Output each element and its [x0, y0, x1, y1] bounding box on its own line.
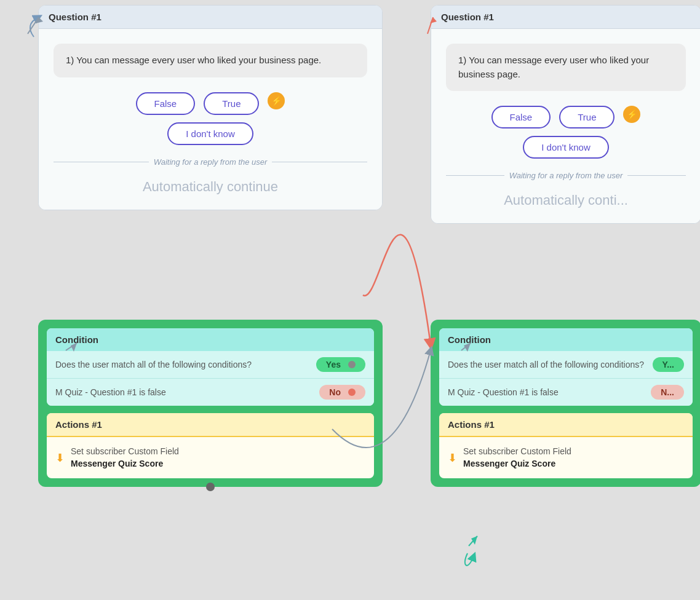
left-green-container: Condition Does the user match all of the… — [38, 320, 383, 487]
right-true-button[interactable]: True — [559, 106, 614, 128]
right-condition-row2-text: M Quiz - Question #1 is false — [448, 387, 651, 397]
right-download-icon: ⬇ — [448, 451, 457, 465]
right-waiting-text: Waiting for a reply from the user — [446, 171, 686, 180]
left-true-button[interactable]: True — [204, 92, 259, 115]
right-condition-header: Condition — [439, 328, 693, 351]
left-condition-row-2: M Quiz - Question #1 is false No — [47, 379, 374, 406]
lightning-icon: ⚡ — [268, 92, 285, 109]
left-dontknow-button[interactable]: I don't know — [167, 122, 253, 145]
left-action-text: Set subscriber Custom Field Messenger Qu… — [71, 446, 179, 470]
left-actions-card: Actions #1 ⬇ Set subscriber Custom Field… — [47, 413, 374, 478]
left-actions-header: Actions #1 — [47, 413, 374, 437]
right-question-card: Question #1 1) You can message every use… — [431, 5, 700, 224]
right-actions-card: Actions #1 ⬇ Set subscriber Custom Field… — [439, 413, 693, 478]
left-bottom-connector — [206, 483, 215, 491]
right-auto-continue: Automatically conti... — [446, 185, 686, 218]
right-question-text: 1) You can message every user who liked … — [446, 44, 686, 91]
left-question-card: Question #1 1) You can message every use… — [38, 5, 383, 210]
right-actions-header: Actions #1 — [439, 413, 693, 437]
left-question-header: Question #1 — [39, 6, 382, 29]
yes-connector-dot — [348, 361, 356, 368]
left-condition-row1-text: Does the user match all of the following… — [55, 360, 316, 369]
download-icon: ⬇ — [55, 451, 65, 465]
left-question-text: 1) You can message every user who liked … — [54, 44, 367, 77]
right-false-button[interactable]: False — [491, 106, 551, 128]
right-condition-row-2: M Quiz - Question #1 is false N... — [439, 379, 693, 406]
left-waiting-text: Waiting for a reply from the user — [54, 157, 367, 167]
left-condition-card: Condition Does the user match all of the… — [47, 328, 374, 406]
right-green-container: Condition Does the user match all of the… — [431, 320, 700, 487]
right-condition-card: Condition Does the user match all of the… — [439, 328, 693, 406]
no-connector-dot — [348, 389, 356, 396]
left-yes-button[interactable]: Yes — [316, 357, 365, 372]
right-lightning-icon: ⚡ — [623, 106, 640, 123]
right-question-header: Question #1 — [431, 6, 700, 29]
svg-marker-4 — [471, 536, 477, 545]
right-dontknow-button[interactable]: I don't know — [523, 136, 609, 159]
right-action-text: Set subscriber Custom Field Messenger Qu… — [463, 446, 571, 470]
right-no-button[interactable]: N... — [651, 385, 684, 400]
right-condition-row1-text: Does the user match all of the following… — [448, 360, 653, 369]
left-condition-row-1: Does the user match all of the following… — [47, 351, 374, 379]
left-no-button[interactable]: No — [319, 385, 365, 400]
right-yes-button[interactable]: Y... — [653, 357, 684, 372]
left-condition-row2-text: M Quiz - Question #1 is false — [55, 387, 319, 397]
left-auto-continue: Automatically continue — [54, 172, 367, 205]
right-condition-row-1: Does the user match all of the following… — [439, 351, 693, 379]
left-false-button[interactable]: False — [136, 92, 196, 115]
left-condition-header: Condition — [47, 328, 374, 351]
